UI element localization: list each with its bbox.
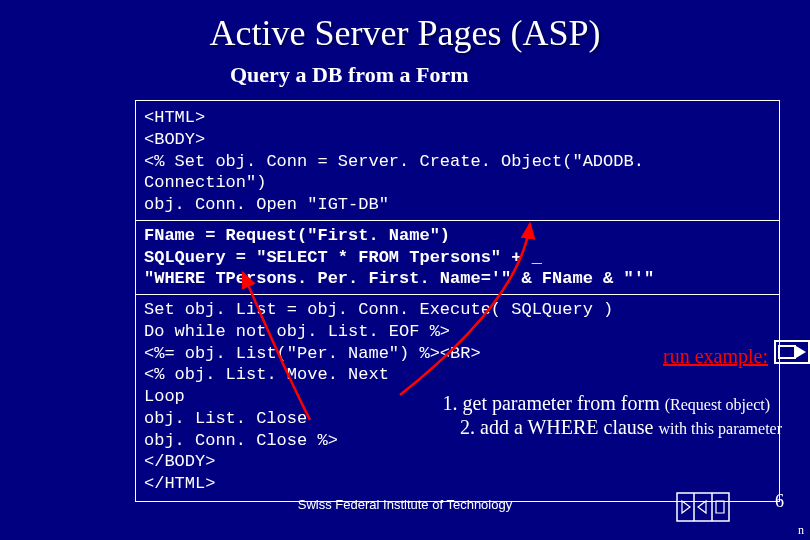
code-line: <HTML> [144, 107, 771, 129]
svg-rect-1 [677, 493, 729, 521]
corner-char: n [798, 523, 804, 538]
svg-marker-5 [698, 501, 706, 513]
code-line: obj. Conn. Open "IGT-DB" [144, 194, 771, 216]
slide-subtitle: Query a DB from a Form [230, 62, 810, 88]
svg-marker-4 [682, 501, 690, 513]
divider [136, 294, 779, 295]
annotation-text: 2. add a WHERE clause [460, 416, 658, 438]
slide: Active Server Pages (ASP) Query a DB fro… [0, 0, 810, 540]
nav-deco-icon [676, 492, 730, 522]
slide-number: 6 [775, 491, 784, 512]
divider [136, 220, 779, 221]
camera-icon[interactable] [774, 340, 810, 364]
annotation-2: 2. add a WHERE clause with this paramete… [460, 416, 782, 439]
annotation-1: 1. get parameter from form (Request obje… [443, 392, 770, 415]
annotation-small: (Request object) [665, 396, 770, 413]
code-line: <BODY> [144, 129, 771, 151]
annotation-small: with this parameter [658, 420, 782, 437]
code-box: <HTML> <BODY> <% Set obj. Conn = Server.… [135, 100, 780, 502]
code-line-bold: FName = Request("First. Name") [144, 225, 771, 247]
svg-marker-6 [716, 501, 724, 513]
slide-title: Active Server Pages (ASP) [0, 0, 810, 54]
code-line: Set obj. List = obj. Conn. Execute( SQLQ… [144, 299, 771, 321]
run-example-link[interactable]: run example: [663, 345, 768, 368]
code-line: </BODY> [144, 451, 771, 473]
code-line: <% Set obj. Conn = Server. Create. Objec… [144, 151, 771, 195]
code-line: Do while not obj. List. EOF %> [144, 321, 771, 343]
code-line-bold: "WHERE TPersons. Per. First. Name='" & F… [144, 268, 771, 290]
code-line-bold: SQLQuery = "SELECT * FROM Tpersons" + _ [144, 247, 771, 269]
annotation-text: 1. get parameter from form [443, 392, 665, 414]
